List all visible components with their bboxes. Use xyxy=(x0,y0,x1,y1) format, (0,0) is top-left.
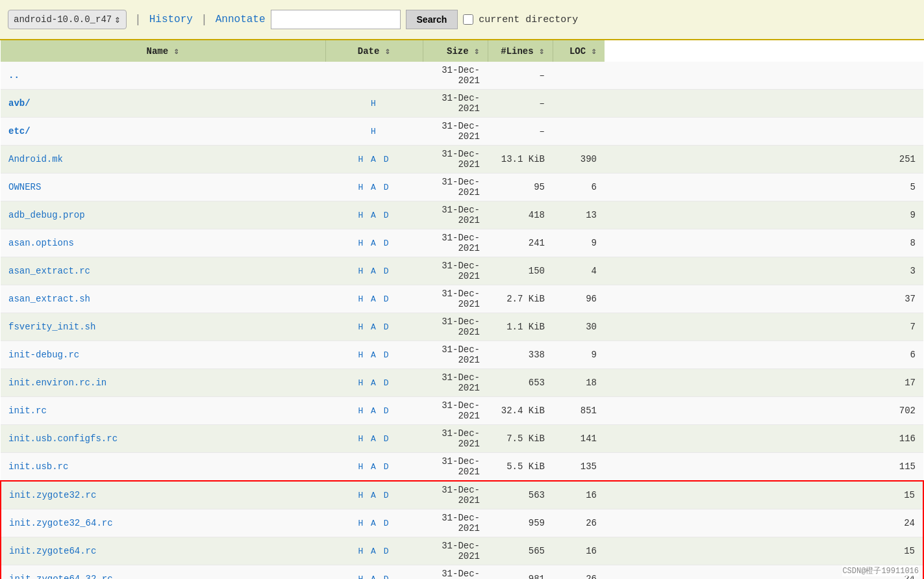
file-name-cell: fsverity_init.sh xyxy=(1,313,325,341)
file-size-cell: – xyxy=(488,118,553,146)
file-link[interactable]: init.zygote64_32.rc xyxy=(9,574,113,579)
file-link[interactable]: init.zygote64.rc xyxy=(9,546,96,556)
file-loc-cell xyxy=(605,118,923,146)
file-loc-cell: 251 xyxy=(605,146,923,174)
file-lines-cell: 6 xyxy=(553,174,605,201)
file-name-cell: OWNERS xyxy=(1,174,325,201)
file-size-cell: 981 xyxy=(488,565,553,580)
file-date-cell: 31-Dec-2021 xyxy=(423,257,488,285)
file-name-cell: asan_extract.rc xyxy=(1,257,325,285)
file-loc-cell: 702 xyxy=(605,397,923,425)
file-lines-cell: 16 xyxy=(553,481,605,509)
search-input[interactable] xyxy=(271,10,401,29)
table-row: init.zygote64.rcH A D31-Dec-20215651615 xyxy=(1,537,923,565)
current-directory-label: current directory xyxy=(479,14,578,25)
file-name-cell: asan_extract.sh xyxy=(1,285,325,313)
file-had-cell: H A D xyxy=(325,146,423,174)
table-row: fsverity_init.shH A D31-Dec-20211.1 KiB3… xyxy=(1,313,923,341)
file-date-cell: 31-Dec-2021 xyxy=(423,146,488,174)
col-header-size[interactable]: Size ⇕ xyxy=(423,40,488,62)
file-lines-cell: 16 xyxy=(553,537,605,565)
search-button[interactable]: Search xyxy=(406,10,458,29)
table-row: init.zygote32_64.rcH A D31-Dec-202195926… xyxy=(1,509,923,537)
table-row: init.zygote64_32.rcH A D31-Dec-202198126… xyxy=(1,565,923,580)
file-had-cell: H A D xyxy=(325,425,423,453)
history-link[interactable]: History xyxy=(149,14,193,25)
file-date-cell: 31-Dec-2021 xyxy=(423,425,488,453)
file-link[interactable]: init.rc xyxy=(8,405,47,416)
table-row: asan_extract.shH A D31-Dec-20212.7 KiB96… xyxy=(1,285,923,313)
file-had-cell: H A D xyxy=(325,481,423,509)
file-link[interactable]: init-debug.rc xyxy=(8,350,79,360)
file-link[interactable]: init.zygote32_64.rc xyxy=(9,518,113,528)
file-size-cell: 150 xyxy=(488,257,553,285)
table-row: init.zygote32.rcH A D31-Dec-20215631615 xyxy=(1,481,923,509)
file-link[interactable]: init.usb.rc xyxy=(8,461,68,472)
table-row: etc/H31-Dec-2021– xyxy=(1,118,923,146)
current-directory-checkbox[interactable] xyxy=(463,14,473,25)
file-size-cell: 565 xyxy=(488,537,553,565)
table-header: Name ⇕ Date ⇕ Size ⇕ #Lines ⇕ LOC ⇕ xyxy=(1,40,923,62)
file-table-body: ..31-Dec-2021–avb/H31-Dec-2021–etc/H31-D… xyxy=(1,62,923,579)
col-header-date[interactable]: Date ⇕ xyxy=(325,40,423,62)
file-date-cell: 31-Dec-2021 xyxy=(423,565,488,580)
file-had-cell: H A D xyxy=(325,341,423,369)
version-label: android-10.0.0_r47 xyxy=(14,14,112,25)
file-link[interactable]: .. xyxy=(8,70,19,81)
col-header-lines[interactable]: #Lines ⇕ xyxy=(488,40,553,62)
file-loc-cell: 17 xyxy=(605,369,923,397)
file-link[interactable]: fsverity_init.sh xyxy=(8,322,95,332)
file-link[interactable]: init.usb.configfs.rc xyxy=(8,433,118,444)
file-name-cell: init.zygote64.rc xyxy=(1,537,325,565)
file-had-cell: H A D xyxy=(325,453,423,482)
file-had-cell: H xyxy=(325,118,423,146)
version-arrow-icon: ⇕ xyxy=(114,13,121,26)
file-lines-cell: 9 xyxy=(553,341,605,369)
table-row: avb/H31-Dec-2021– xyxy=(1,90,923,118)
file-lines-cell: 9 xyxy=(553,229,605,257)
file-link[interactable]: asan_extract.rc xyxy=(8,266,90,276)
file-date-cell: 31-Dec-2021 xyxy=(423,481,488,509)
file-loc-cell xyxy=(605,62,923,90)
file-link[interactable]: asan_extract.sh xyxy=(8,294,90,304)
file-name-cell: init.usb.configfs.rc xyxy=(1,425,325,453)
version-selector[interactable]: android-10.0.0_r47 ⇕ xyxy=(8,10,127,29)
file-link[interactable]: avb/ xyxy=(8,98,31,109)
file-date-cell: 31-Dec-2021 xyxy=(423,537,488,565)
file-link[interactable]: etc/ xyxy=(8,126,31,136)
file-had-cell: H A D xyxy=(325,285,423,313)
file-link[interactable]: init.zygote32.rc xyxy=(9,490,96,500)
file-had-cell: H A D xyxy=(325,201,423,229)
file-size-cell: 1.1 KiB xyxy=(488,313,553,341)
file-link[interactable]: init.environ.rc.in xyxy=(8,378,106,388)
file-lines-cell: 851 xyxy=(553,397,605,425)
file-lines-cell: 141 xyxy=(553,425,605,453)
file-link[interactable]: asan.options xyxy=(8,238,74,248)
file-lines-cell: 26 xyxy=(553,565,605,580)
file-date-cell: 31-Dec-2021 xyxy=(423,285,488,313)
table-row: asan.optionsH A D31-Dec-202124198 xyxy=(1,229,923,257)
file-had-cell: H A D xyxy=(325,397,423,425)
file-size-cell: 7.5 KiB xyxy=(488,425,553,453)
annotate-link[interactable]: Annotate xyxy=(216,14,266,25)
file-link[interactable]: Android.mk xyxy=(8,154,63,164)
file-name-cell: Android.mk xyxy=(1,146,325,174)
file-name-cell: init.zygote32_64.rc xyxy=(1,509,325,537)
file-had-cell: H A D xyxy=(325,257,423,285)
file-loc-cell: 37 xyxy=(605,285,923,313)
file-name-cell: init.environ.rc.in xyxy=(1,369,325,397)
col-header-name[interactable]: Name ⇕ xyxy=(1,40,325,62)
file-lines-cell: 18 xyxy=(553,369,605,397)
file-loc-cell: 8 xyxy=(605,229,923,257)
file-name-cell: avb/ xyxy=(1,90,325,118)
col-header-loc[interactable]: LOC ⇕ xyxy=(553,40,605,62)
file-lines-cell: 390 xyxy=(553,146,605,174)
file-link[interactable]: adb_debug.prop xyxy=(8,210,85,220)
file-loc-cell: 5 xyxy=(605,174,923,201)
file-size-cell: 5.5 KiB xyxy=(488,453,553,482)
file-size-cell: 2.7 KiB xyxy=(488,285,553,313)
file-link[interactable]: OWNERS xyxy=(8,182,41,192)
file-name-cell: init-debug.rc xyxy=(1,341,325,369)
file-loc-cell: 24 xyxy=(605,509,923,537)
table-row: init-debug.rcH A D31-Dec-202133896 xyxy=(1,341,923,369)
